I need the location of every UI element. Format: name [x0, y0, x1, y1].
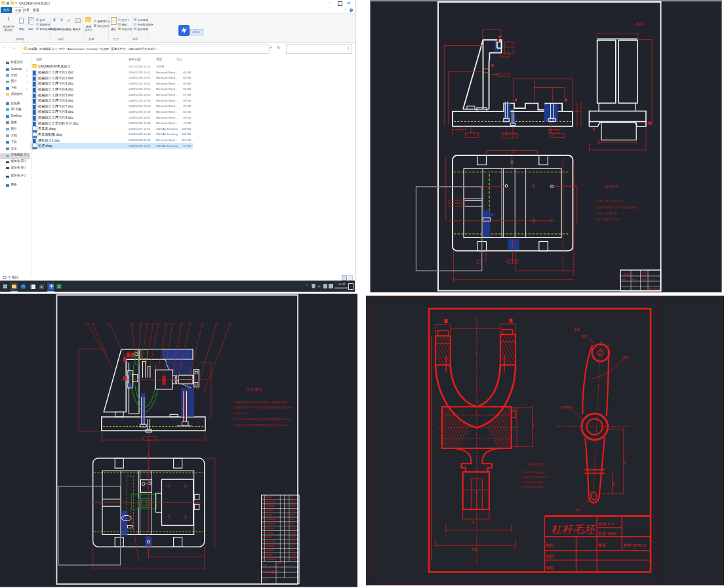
svg-text:1.铸件精度等级8级.: 1.铸件精度等级8级. [521, 471, 543, 474]
svg-text:Φ22: Φ22 [581, 335, 587, 338]
svg-text:Φ25: Φ25 [574, 328, 580, 332]
svg-text:4.清理粘砂及浇冒口.: 4.清理粘砂及浇冒口. [521, 485, 544, 488]
svg-text:数量 4000: 数量 4000 [598, 532, 617, 536]
svg-text:3.铸件表面不得有气孔.: 3.铸件表面不得有气孔. [521, 480, 546, 484]
svg-text:技术要求: 技术要求 [246, 387, 263, 392]
svg-text:0.02/100mm.: 0.02/100mm. [233, 412, 249, 415]
svg-text:45: 45 [612, 481, 615, 485]
svg-text:A向: A向 [635, 22, 643, 26]
svg-text:夹具体: 夹具体 [623, 272, 633, 276]
svg-text:材料 HT200: 材料 HT200 [641, 279, 654, 281]
svg-text:材料 QT45-5: 材料 QT45-5 [623, 543, 647, 548]
svg-text:制图: 制图 [263, 564, 267, 566]
svg-text:2.未注明铸造圆角R2-R3.: 2.未注明铸造圆角R2-R3. [521, 475, 549, 479]
svg-text:制图: 制图 [546, 543, 554, 548]
svg-text:1:1: 1:1 [286, 568, 289, 571]
svg-text:重量: 重量 [597, 543, 606, 547]
svg-text:技术要求: 技术要求 [529, 462, 544, 467]
svg-text:技术要求: 技术要求 [605, 184, 618, 189]
svg-text:4.定位销工作平面对底面垂直度公差为0.02mm.: 4.定位销工作平面对底面垂直度公差为0.02mm. [233, 423, 290, 427]
svg-text:90: 90 [623, 460, 626, 464]
svg-text:75: 75 [471, 521, 475, 524]
svg-text:B12: B12 [576, 508, 581, 511]
svg-text:1.夹具应进行时效处理.: 1.夹具应进行时效处理. [594, 199, 623, 203]
svg-text:描图: 描图 [546, 555, 554, 559]
svg-text:审核: 审核 [632, 278, 637, 281]
svg-text:审核: 审核 [546, 565, 554, 570]
svg-text:数量: 数量 [641, 274, 646, 277]
svg-text:140: 140 [472, 548, 477, 551]
svg-text:Φ32: Φ32 [531, 423, 535, 428]
svg-text:Φ30Φ62: Φ30Φ62 [561, 406, 573, 409]
svg-text:共1张 第1张: 共1张 第1张 [646, 287, 660, 290]
svg-text:比例 1: 1: 比例 1: 1 [598, 522, 614, 526]
svg-text:杠杆毛坯: 杠杆毛坯 [551, 524, 596, 535]
svg-text:R32: R32 [623, 356, 629, 359]
svg-text:3.对刀块工作平面对夹具体底面垂直度为0.02mm.: 3.对刀块工作平面对夹具体底面垂直度为0.02mm. [233, 418, 293, 421]
svg-text:制图: 制图 [622, 279, 627, 281]
